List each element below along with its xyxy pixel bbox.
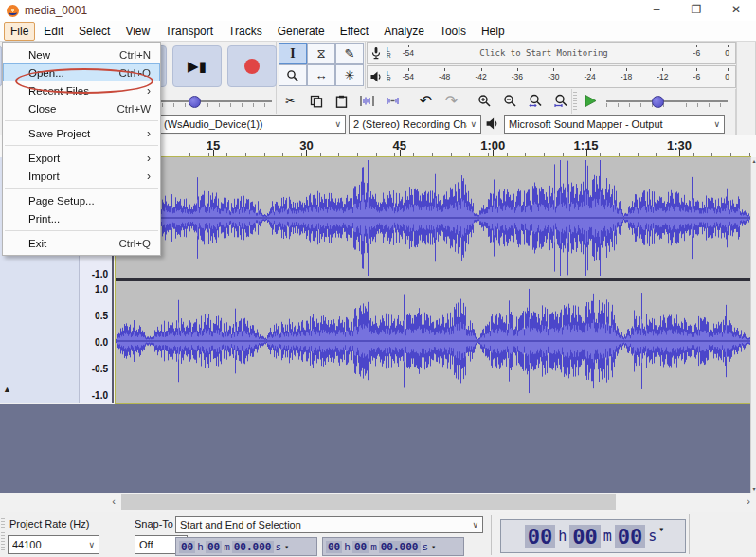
toolbar-grip[interactable] bbox=[573, 92, 577, 111]
scrollbar-thumb[interactable] bbox=[121, 494, 616, 510]
record-button[interactable] bbox=[227, 45, 277, 87]
file-menu-item-exit[interactable]: ExitCtrl+Q bbox=[3, 234, 160, 252]
menu-effect[interactable]: Effect bbox=[333, 22, 375, 41]
play-speed-slider[interactable] bbox=[606, 92, 728, 111]
track-area-background[interactable] bbox=[0, 404, 750, 493]
track-waveform-area[interactable] bbox=[116, 157, 750, 403]
toolbar-filler bbox=[736, 42, 756, 135]
file-menu-item-save-project[interactable]: Save Project› bbox=[3, 124, 160, 142]
menu-tracks[interactable]: Tracks bbox=[222, 22, 269, 41]
timeline-major-tick bbox=[493, 150, 494, 157]
waveform-channel-left[interactable] bbox=[116, 158, 750, 278]
recording-channels-select[interactable]: 2 (Stereo) Recording Chann∨ bbox=[349, 115, 481, 134]
project-rate-select[interactable]: 44100∨ bbox=[8, 535, 99, 554]
copy-icon bbox=[310, 95, 323, 108]
zoom-selection-button[interactable] bbox=[524, 90, 548, 112]
file-menu-item-print[interactable]: Print... bbox=[3, 209, 160, 227]
file-menu-item-export[interactable]: Export› bbox=[3, 149, 160, 167]
silence-audio-button[interactable] bbox=[381, 90, 405, 112]
amplitude-label: 0.0 bbox=[95, 337, 108, 348]
file-menu-item-new[interactable]: NewCtrl+N bbox=[3, 45, 160, 63]
meter-tick-label: -24 bbox=[585, 72, 596, 81]
menu-separator bbox=[5, 120, 158, 121]
playback-device-select[interactable]: Microsoft Sound Mapper - Output∨ bbox=[504, 115, 725, 134]
waveform-channel-right[interactable] bbox=[116, 281, 750, 401]
selection-end-field[interactable]: 00h00m00.000s▾ bbox=[322, 537, 464, 556]
menu-tools[interactable]: Tools bbox=[433, 22, 473, 41]
volume-slider-thumb[interactable] bbox=[189, 96, 201, 108]
draw-tool-button[interactable]: ✎ bbox=[335, 43, 364, 64]
amplitude-label: 1.0 bbox=[95, 284, 108, 295]
time-digit-group[interactable]: 00 bbox=[525, 525, 556, 548]
project-rate-label: Project Rate (Hz) bbox=[9, 518, 89, 530]
meter-tick-label: -6 bbox=[693, 48, 701, 58]
close-button[interactable]: ✕ bbox=[716, 0, 756, 21]
timeline-major-tick bbox=[306, 150, 307, 157]
field-dropdown-icon[interactable]: ▾ bbox=[431, 543, 436, 551]
zoom-project-button[interactable] bbox=[549, 90, 573, 112]
menu-generate[interactable]: Generate bbox=[271, 22, 332, 41]
vertical-scrollbar[interactable]: ▴ ▾ bbox=[750, 157, 756, 493]
copy-button[interactable] bbox=[304, 90, 328, 112]
zoom-in-button[interactable] bbox=[473, 90, 496, 112]
time-digit-group[interactable]: 00 bbox=[326, 541, 342, 553]
playback-meter[interactable]: LR -54-48-42-36-30-24-18-12-60 bbox=[367, 65, 736, 88]
zoom-out-button[interactable] bbox=[498, 90, 522, 112]
file-menu-item-recent-files[interactable]: Recent Files› bbox=[3, 81, 160, 99]
speaker-icon bbox=[485, 117, 499, 131]
collapse-track-button[interactable]: ▲ bbox=[3, 385, 11, 394]
selection-start-field[interactable]: 00h00m00.000s▾ bbox=[175, 537, 317, 556]
file-menu-item-page-setup[interactable]: Page Setup... bbox=[3, 191, 160, 209]
file-menu-item-open[interactable]: Open...Ctrl+O bbox=[3, 63, 160, 81]
envelope-tool-button[interactable]: ⧖ bbox=[307, 43, 335, 64]
time-digit-group[interactable]: 00 bbox=[615, 525, 646, 548]
time-shift-tool-button[interactable]: ↔ bbox=[307, 64, 335, 86]
paste-button[interactable] bbox=[330, 90, 353, 112]
zoom-tool-button[interactable] bbox=[279, 64, 307, 86]
trim-audio-button[interactable] bbox=[355, 90, 379, 112]
file-menu-item-close[interactable]: CloseCtrl+W bbox=[3, 99, 160, 117]
audio-position-display[interactable]: 00h00m00s▾ bbox=[500, 519, 686, 553]
field-dropdown-icon[interactable]: ▾ bbox=[284, 543, 289, 551]
time-digit-group[interactable]: 00.000 bbox=[379, 541, 421, 553]
toolbar-grip[interactable] bbox=[1, 518, 5, 552]
menu-edit[interactable]: Edit bbox=[37, 22, 70, 41]
time-digit-group[interactable]: 00 bbox=[179, 541, 195, 553]
time-unit-label: m bbox=[223, 541, 231, 553]
undo-button[interactable]: ↶ bbox=[414, 90, 438, 112]
horizontal-scrollbar[interactable]: ‹ › bbox=[0, 493, 756, 512]
menu-select[interactable]: Select bbox=[72, 22, 117, 41]
menu-help[interactable]: Help bbox=[475, 22, 512, 41]
record-icon bbox=[244, 59, 260, 74]
recording-meter[interactable]: LR -54-48-42-36-30-24-18-12-60 Click to … bbox=[367, 42, 736, 64]
time-digit-group[interactable]: 00 bbox=[569, 525, 601, 548]
cut-button[interactable]: ✂ bbox=[279, 90, 302, 112]
field-dropdown-icon[interactable]: ▾ bbox=[658, 524, 664, 534]
recording-device-select[interactable]: (WsAudio_Device(1))∨ bbox=[159, 115, 346, 134]
minimize-button[interactable]: – bbox=[637, 0, 676, 21]
scroll-right-button[interactable]: › bbox=[742, 494, 755, 510]
play-at-speed-button[interactable] bbox=[580, 91, 601, 110]
scroll-left-button[interactable]: ‹ bbox=[107, 494, 120, 510]
skip-to-end-button[interactable]: ▶▮ bbox=[172, 45, 222, 87]
menu-transport[interactable]: Transport bbox=[158, 22, 220, 41]
speed-slider-thumb[interactable] bbox=[652, 96, 664, 108]
time-digit-group[interactable]: 00.000 bbox=[232, 541, 274, 553]
amplitude-label: 0.5 bbox=[95, 311, 108, 321]
meter-tick-label: -6 bbox=[693, 72, 701, 81]
chevron-down-icon: ∨ bbox=[88, 540, 95, 549]
microphone-icon bbox=[368, 46, 385, 61]
time-digit-group[interactable]: 00 bbox=[206, 541, 222, 553]
menu-view[interactable]: View bbox=[118, 22, 156, 41]
selection-mode-select[interactable]: Start and End of Selection∨ bbox=[175, 516, 483, 533]
maximize-button[interactable]: ❐ bbox=[676, 0, 716, 21]
menu-analyze[interactable]: Analyze bbox=[377, 22, 431, 41]
speaker-icon bbox=[368, 70, 385, 83]
file-menu-item-import[interactable]: Import› bbox=[3, 167, 160, 185]
monitoring-overlay[interactable]: Click to Start Monitoring bbox=[419, 43, 669, 63]
redo-button[interactable]: ↷ bbox=[440, 90, 463, 112]
multi-tool-button[interactable]: ✳ bbox=[335, 64, 364, 86]
time-digit-group[interactable]: 00 bbox=[352, 541, 369, 553]
menu-file[interactable]: File bbox=[4, 22, 35, 41]
selection-tool-button[interactable]: I bbox=[279, 43, 307, 64]
